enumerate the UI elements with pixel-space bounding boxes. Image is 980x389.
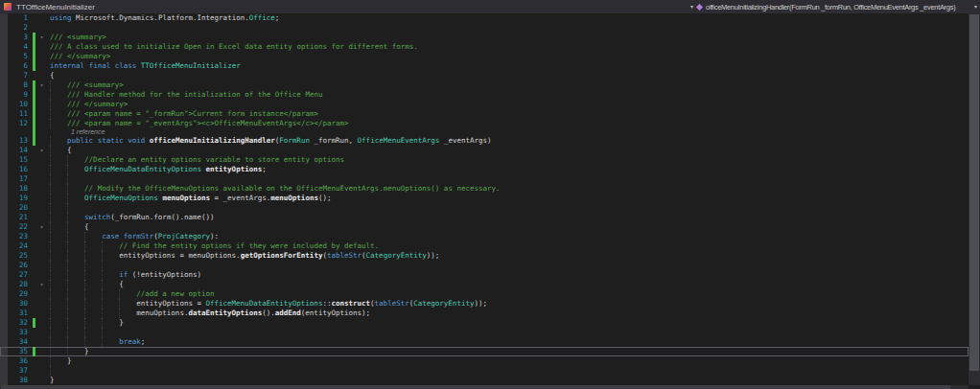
code-line-13[interactable]: 13public static void officeMenuInitializ… — [0, 136, 968, 146]
horizontal-scrollbar-thumb[interactable] — [1, 385, 950, 389]
member-dropdown-chevron-icon[interactable]: ▾ — [974, 4, 977, 10]
breakpoint-margin[interactable] — [0, 261, 8, 270]
code-line-26[interactable]: 26 — [0, 261, 968, 270]
code-text: { — [46, 71, 968, 80]
fold-chevron-icon[interactable]: ▾ — [37, 80, 46, 90]
code-line-9[interactable]: 9/// Handler method for the intializatio… — [0, 90, 968, 100]
breakpoint-margin[interactable] — [0, 337, 8, 347]
code-line-5[interactable]: 5/// </summary> — [0, 52, 968, 61]
code-line-32[interactable]: 32} — [0, 318, 968, 328]
breakpoint-margin[interactable] — [0, 347, 8, 356]
code-line-7[interactable]: 7{ — [0, 71, 968, 80]
types-dropdown-chevron-icon[interactable]: ▾ — [690, 4, 693, 10]
code-line-34[interactable]: 34break; — [0, 337, 968, 347]
breakpoint-margin[interactable] — [0, 13, 8, 23]
code-line-4[interactable]: 4/// A class used to initialize Open in … — [0, 42, 968, 52]
code-line-14[interactable]: 14▾{ — [0, 146, 968, 155]
code-line-27[interactable]: 27if (!entityOptions) — [0, 270, 968, 280]
change-indicator — [33, 146, 37, 155]
breakpoint-margin[interactable] — [0, 146, 8, 155]
code-line-31[interactable]: 31menuOptions.dataEntityOptions().addEnd… — [0, 309, 968, 318]
code-line-35[interactable]: 35} — [0, 347, 968, 356]
breakpoint-margin[interactable] — [0, 280, 8, 289]
breakpoint-margin[interactable] — [0, 356, 8, 366]
breakpoint-margin[interactable] — [0, 71, 8, 80]
breakpoint-margin[interactable] — [0, 213, 8, 222]
code-line-37[interactable]: 37 — [0, 366, 968, 376]
breakpoint-margin[interactable] — [0, 128, 8, 136]
code-line-22[interactable]: 22▾{ — [0, 222, 968, 232]
breakpoint-margin[interactable] — [0, 100, 8, 109]
horizontal-scrollbar[interactable] — [0, 385, 968, 389]
fold-chevron-icon[interactable]: ▾ — [37, 280, 46, 289]
breakpoint-margin[interactable] — [0, 241, 8, 251]
code-line-16[interactable]: 16OfficeMenuDataEntityOptions entityOpti… — [0, 165, 968, 174]
breakpoint-margin[interactable] — [0, 23, 8, 33]
code-line-33[interactable]: 33 — [0, 328, 968, 337]
code-editor[interactable]: 1using Microsoft.Dynamics.Platform.Integ… — [0, 13, 980, 385]
breakpoint-margin[interactable] — [0, 376, 8, 385]
code-line-3[interactable]: 3▾/// <summary> — [0, 33, 968, 42]
code-text: { — [46, 222, 968, 232]
indent-guide — [50, 289, 67, 299]
code-text: /// <summary> — [46, 33, 968, 42]
vertical-scrollbar-thumb[interactable] — [969, 14, 979, 371]
indent-guide — [50, 222, 67, 232]
code-line-17[interactable]: 17 — [0, 174, 968, 184]
code-line-12[interactable]: 12/// <param name = "_eventArgs"><c>Offi… — [0, 119, 968, 128]
code-line-2[interactable]: 2 — [0, 23, 968, 33]
codelens-references[interactable]: 1 reference — [46, 128, 105, 136]
breakpoint-margin[interactable] — [0, 80, 8, 90]
code-line-18[interactable]: 18// Modify the OfficeMenuOptions availa… — [0, 184, 968, 194]
fold-chevron-icon[interactable]: ▾ — [37, 33, 46, 42]
code-line-6[interactable]: 6internal final class TTOfficeMenuInitia… — [0, 61, 968, 71]
breakpoint-margin[interactable] — [0, 328, 8, 337]
breakpoint-margin[interactable] — [0, 194, 8, 203]
breakpoint-margin[interactable] — [0, 203, 8, 213]
member-dropdown[interactable]: ▾ officeMenuInitializingHandler(FormRun … — [690, 0, 977, 13]
breakpoint-margin[interactable] — [0, 109, 8, 119]
code-line-1[interactable]: 1using Microsoft.Dynamics.Platform.Integ… — [0, 13, 968, 23]
code-line-15[interactable]: 15//Declare an entity options variable t… — [0, 155, 968, 165]
breakpoint-margin[interactable] — [0, 119, 8, 128]
breakpoint-margin[interactable] — [0, 52, 8, 61]
breakpoint-margin[interactable] — [0, 174, 8, 184]
breakpoint-margin[interactable] — [0, 366, 8, 376]
breakpoint-margin[interactable] — [0, 136, 8, 146]
vertical-scrollbar[interactable] — [968, 13, 980, 385]
breakpoint-margin[interactable] — [0, 184, 8, 194]
breakpoint-margin[interactable] — [0, 309, 8, 318]
breakpoint-margin[interactable] — [0, 90, 8, 100]
breakpoint-margin[interactable] — [0, 165, 8, 174]
breakpoint-margin[interactable] — [0, 251, 8, 261]
breakpoint-margin[interactable] — [0, 318, 8, 328]
code-line-28[interactable]: 28▾{ — [0, 280, 968, 289]
breakpoint-margin[interactable] — [0, 289, 8, 299]
code-line-8[interactable]: 8▾/// <summary> — [0, 80, 968, 90]
breakpoint-margin[interactable] — [0, 42, 8, 52]
code-line-38[interactable]: 38} — [0, 376, 968, 385]
breakpoint-margin[interactable] — [0, 61, 8, 71]
code-line-10[interactable]: 10/// </summary> — [0, 100, 968, 109]
code-line-29[interactable]: 29//add a new option — [0, 289, 968, 299]
code-line-20[interactable]: 20 — [0, 203, 968, 213]
code-line-23[interactable]: 23case formStr(ProjCategory): — [0, 232, 968, 241]
code-line-21[interactable]: 21switch(_formRun.form().name()) — [0, 213, 968, 222]
code-line-11[interactable]: 11/// <param name = "_formRun">Current f… — [0, 109, 968, 119]
breakpoint-margin[interactable] — [0, 299, 8, 309]
breakpoint-margin[interactable] — [0, 222, 8, 232]
breakpoint-margin[interactable] — [0, 155, 8, 165]
code-line-19[interactable]: 19OfficeMenuOptions menuOptions = _event… — [0, 194, 968, 203]
code-line-24[interactable]: 24// Find the entity options if they wer… — [0, 241, 968, 251]
code-line-30[interactable]: 30entityOptions = OfficeMenuDataEntityOp… — [0, 299, 968, 309]
fold-chevron-icon[interactable]: ▾ — [37, 146, 46, 155]
breakpoint-margin[interactable] — [0, 33, 8, 42]
breakpoint-margin[interactable] — [0, 270, 8, 280]
code-line-25[interactable]: 25entityOptions = menuOptions.getOptions… — [0, 251, 968, 261]
document-dropdown[interactable]: TTOfficeMenuInitializer — [0, 0, 99, 13]
code-line-36[interactable]: 36} — [0, 356, 968, 366]
fold-chevron-icon[interactable]: ▾ — [37, 222, 46, 232]
code-text: { — [46, 280, 968, 289]
editor-navigation-bar: TTOfficeMenuInitializer ▾ officeMenuInit… — [0, 0, 980, 13]
breakpoint-margin[interactable] — [0, 232, 8, 241]
